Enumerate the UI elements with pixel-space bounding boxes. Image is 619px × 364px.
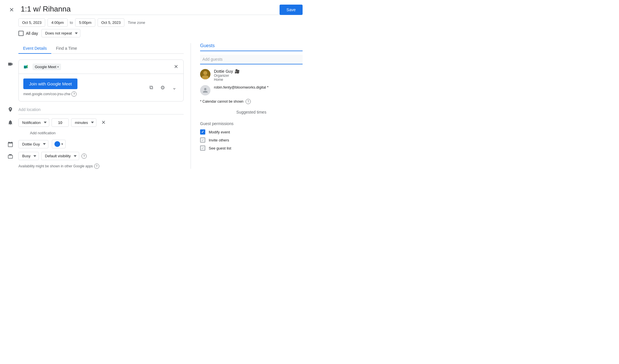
remove-notification-button[interactable]: ✕ (99, 118, 108, 127)
add-guests-input[interactable] (200, 55, 303, 64)
timezone-button[interactable]: Time zone (127, 19, 146, 26)
location-section (7, 105, 184, 114)
calendar-icon (7, 141, 14, 148)
remove-notification-icon: ✕ (101, 119, 106, 126)
notification-row: Notification minutes ✕ (18, 118, 184, 127)
add-notification-button[interactable]: Add notification (30, 131, 56, 135)
video-icon (7, 61, 14, 68)
meet-header: Google Meet ▾ ✕ (19, 60, 183, 74)
organizer-avatar (200, 69, 210, 79)
to-label: to (70, 20, 73, 25)
all-day-label: All day (26, 31, 38, 36)
guests-panel: Guests Dottie Guy 🎥 Or (193, 43, 303, 169)
invite-others-checkbox[interactable]: ✓ (200, 137, 205, 143)
calendar-owner-select[interactable]: Dottie Guy (18, 140, 48, 148)
expand-icon: ⌄ (172, 85, 176, 91)
close-icon: ✕ (9, 6, 14, 13)
status-section: Busy Default visibility ? (7, 152, 184, 160)
event-tabs: Event Details Find a Time (18, 43, 184, 54)
modify-event-checkbox[interactable]: ✓ (200, 129, 205, 135)
panel-divider (191, 43, 191, 169)
invite-others-label: Invite others (209, 138, 229, 142)
guests-title: Guests (200, 43, 303, 51)
calendar-color-picker[interactable]: ▾ (52, 140, 66, 148)
meet-name-label: Google Meet (35, 65, 56, 69)
calendar-owner-row: Dottie Guy ▾ (18, 140, 184, 148)
tab-find-a-time[interactable]: Find a Time (51, 43, 81, 53)
calendar-color-dot (54, 141, 60, 147)
permission-modify-event: ✓ Modify event (200, 129, 303, 135)
permission-see-guest-list: ✓ See guest list (200, 145, 303, 151)
meet-section: Google Meet ▾ ✕ Join with Google Meet me… (7, 60, 184, 101)
availability-help-icon[interactable]: ? (94, 164, 99, 169)
robin-email: robin.fenty@bloomworks.digital * (214, 85, 269, 89)
start-time-button[interactable]: 4:00pm (48, 18, 67, 27)
notification-section: Notification minutes ✕ (7, 118, 184, 127)
bell-icon (7, 119, 14, 126)
calendar-note: * Calendar cannot be shown ? (200, 99, 303, 104)
end-time-button[interactable]: 5:00pm (75, 18, 95, 27)
briefcase-icon (7, 153, 14, 160)
event-title-input[interactable] (21, 5, 280, 15)
meet-body: Join with Google Meet meet.google.com/co… (19, 74, 183, 101)
notification-type-select[interactable]: Notification (18, 118, 49, 127)
repeat-select[interactable]: Does not repeat (41, 29, 80, 37)
copy-link-button[interactable]: ⧉ (147, 83, 156, 92)
robin-info: robin.fenty@bloomworks.digital * (214, 85, 269, 89)
location-input[interactable] (18, 105, 184, 114)
organizer-info: Dottie Guy 🎥 Organizer Home (214, 69, 240, 82)
status-help-icon[interactable]: ? (81, 154, 87, 159)
status-row: Busy Default visibility ? (18, 152, 184, 160)
permissions-title: Guest permissions (200, 121, 303, 126)
all-day-checkbox-wrapper[interactable]: All day (18, 31, 38, 36)
meet-link-text: meet.google.com/coo-jrsu-zhw (23, 92, 70, 96)
end-date-button[interactable]: Oct 5, 2023 (98, 18, 124, 27)
location-icon (7, 106, 14, 113)
permission-invite-others: ✓ Invite others (200, 137, 303, 143)
google-meet-logo (22, 63, 30, 71)
see-guest-list-label: See guest list (209, 146, 231, 150)
copy-icon: ⧉ (149, 85, 153, 91)
meet-name-button[interactable]: Google Meet ▾ (33, 64, 61, 70)
checkmark-icon: ✓ (201, 130, 204, 134)
organizer-video-icon: 🎥 (235, 69, 240, 74)
meet-link-help-icon[interactable]: ? (71, 91, 77, 97)
guest-item-robin: robin.fenty@bloomworks.digital * (200, 85, 303, 95)
meet-settings-button[interactable]: ⚙ (158, 83, 167, 92)
modify-event-label: Modify event (209, 130, 230, 134)
meet-close-button[interactable]: ✕ (172, 63, 180, 71)
calendar-section: Dottie Guy ▾ (7, 140, 184, 148)
join-meet-button[interactable]: Join with Google Meet (23, 78, 77, 89)
settings-icon: ⚙ (160, 85, 165, 91)
organizer-name: Dottie Guy (214, 69, 233, 74)
robin-avatar (200, 85, 210, 95)
save-button[interactable]: Save (280, 5, 303, 15)
organizer-role: Organizer (214, 74, 240, 78)
busy-status-select[interactable]: Busy (18, 152, 39, 160)
availability-note: Availability might be shown in other Goo… (18, 164, 184, 169)
organizer-sub-role: Home (214, 78, 240, 82)
all-day-checkbox[interactable] (18, 31, 24, 36)
meet-expand-button[interactable]: ⌄ (170, 83, 179, 92)
color-chevron-icon: ▾ (61, 142, 63, 146)
suggested-times-button[interactable]: Suggested times (200, 109, 303, 116)
meet-card: Google Meet ▾ ✕ Join with Google Meet me… (18, 60, 184, 101)
meet-chevron-icon: ▾ (57, 65, 59, 68)
guest-item-organizer: Dottie Guy 🎥 Organizer Home (200, 69, 303, 82)
start-date-button[interactable]: Oct 5, 2023 (18, 18, 45, 27)
notification-value-input[interactable] (52, 118, 69, 127)
notification-unit-select[interactable]: minutes (71, 118, 96, 127)
svg-point-2 (203, 71, 207, 75)
calendar-note-help-icon[interactable]: ? (246, 99, 251, 104)
tab-event-details[interactable]: Event Details (18, 43, 51, 53)
close-button[interactable]: ✕ (7, 5, 16, 14)
see-guest-list-checkbox[interactable]: ✓ (200, 145, 205, 151)
visibility-select[interactable]: Default visibility (41, 152, 79, 160)
